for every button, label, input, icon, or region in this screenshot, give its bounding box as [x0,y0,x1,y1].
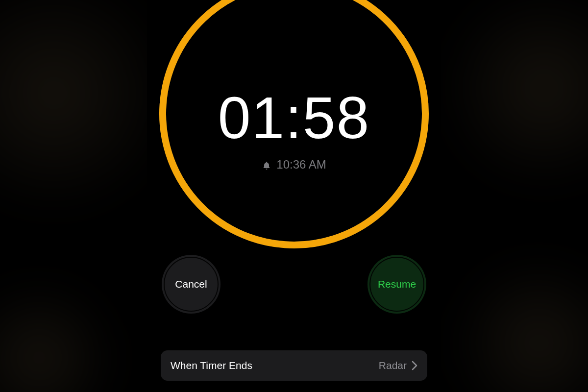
time-remaining: 01:58 [147,88,441,147]
when-timer-ends-row[interactable]: When Timer Ends Radar [161,350,427,381]
resume-button-label: Resume [378,278,416,290]
timer-screen: 01:58 10:36 AM Cancel Resume When Timer … [147,0,441,392]
time-block: 01:58 10:36 AM [147,88,441,172]
resume-button[interactable]: Resume [368,255,426,314]
end-time-text: 10:36 AM [276,158,326,172]
bell-icon [262,160,271,170]
when-timer-ends-label: When Timer Ends [171,360,252,371]
end-time-row: 10:36 AM [147,158,441,172]
button-row: Cancel Resume [147,255,441,314]
cancel-button[interactable]: Cancel [162,255,220,314]
when-timer-ends-value: Radar [379,360,407,371]
cancel-button-label: Cancel [175,278,207,290]
chevron-right-icon [412,361,417,370]
